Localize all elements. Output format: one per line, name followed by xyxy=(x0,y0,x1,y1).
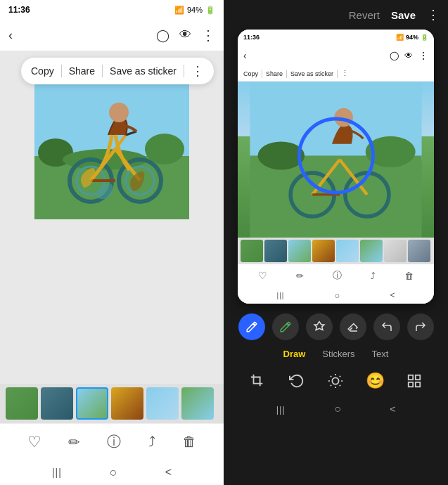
divider3 xyxy=(184,65,184,77)
phone-nav-home[interactable]: ○ xyxy=(334,290,340,301)
rotate-tool-button[interactable] xyxy=(283,368,310,394)
delete-button[interactable]: 🗑 xyxy=(182,434,196,450)
grid-tool-button[interactable] xyxy=(401,368,428,394)
phone-nav-bar: ||| ○ < xyxy=(238,287,434,304)
phone-thumb-strip xyxy=(238,238,434,264)
nav-home-icon[interactable]: ○ xyxy=(110,465,117,480)
thumb-6[interactable] xyxy=(181,387,214,420)
phone-delete-btn[interactable]: 🗑 xyxy=(404,271,414,281)
svg-line-29 xyxy=(331,376,331,377)
emoji-tool-button[interactable]: 😊 xyxy=(361,368,388,394)
phone-battery: 94% xyxy=(406,34,418,41)
thumbnail-strip xyxy=(0,384,224,423)
left-nav-bar: ||| ○ < xyxy=(0,460,224,485)
phone-eye-icon[interactable]: 👁 xyxy=(404,51,413,60)
text-tab[interactable]: Text xyxy=(372,349,389,359)
phone-thumb-6[interactable] xyxy=(360,240,383,262)
main-image-area: Copy Share Save as sticker ⋮ xyxy=(0,51,224,384)
save-button[interactable]: Save xyxy=(391,9,416,21)
phone-context-more-icon[interactable]: ⋮ xyxy=(341,69,349,78)
phone-copy-button[interactable]: Copy xyxy=(243,70,258,77)
redo-button[interactable] xyxy=(407,313,434,340)
edit-button[interactable]: ✏ xyxy=(68,434,80,451)
crop-tool-button[interactable] xyxy=(244,368,271,394)
thumb-2[interactable] xyxy=(41,387,73,420)
phone-nav-back[interactable]: < xyxy=(390,290,395,300)
thumb-4[interactable] xyxy=(111,387,143,420)
highlighter-button[interactable] xyxy=(306,313,333,340)
left-panel: 11:36 📶 94% 🔋 ‹ ◯ 👁 ⋮ Copy Share Save as… xyxy=(0,0,224,485)
right-panel: Revert Save ⋮ 11:36 📶 94% 🔋 ‹ ◯ 👁 ⋮ Copy xyxy=(224,0,448,485)
nav-menu-icon[interactable]: ||| xyxy=(52,467,62,478)
phone-divider1 xyxy=(262,70,262,78)
divider2 xyxy=(102,65,103,77)
phone-bottom-toolbar: ♡ ✏ ⓘ ⤴ 🗑 xyxy=(238,264,434,287)
circle-edit-icon[interactable]: ◯ xyxy=(156,28,169,43)
svg-point-15 xyxy=(109,103,129,122)
phone-header: ‹ ◯ 👁 ⋮ xyxy=(238,45,434,66)
phone-edit-btn[interactable]: ✏ xyxy=(296,271,304,281)
eye-icon[interactable]: 👁 xyxy=(179,28,191,42)
thumb-1[interactable] xyxy=(6,387,38,420)
undo-button[interactable] xyxy=(373,313,400,340)
right-nav-home[interactable]: ○ xyxy=(334,403,341,415)
divider1 xyxy=(61,65,62,77)
right-more-icon[interactable]: ⋮ xyxy=(427,7,440,22)
phone-thumb-3[interactable] xyxy=(288,240,311,262)
right-nav-back[interactable]: < xyxy=(390,403,395,415)
phone-share-btn[interactable]: ⤴ xyxy=(371,271,376,281)
phone-share-button[interactable]: Share xyxy=(266,70,283,77)
phone-thumb-1[interactable] xyxy=(241,240,263,262)
phone-thumb-8[interactable] xyxy=(408,240,430,262)
save-sticker-button[interactable]: Save as sticker xyxy=(110,65,177,77)
phone-wifi-icon: 📶 xyxy=(396,34,404,41)
pencil-draw-button[interactable] xyxy=(238,313,265,340)
phone-back-icon[interactable]: ‹ xyxy=(243,50,247,61)
phone-image-area xyxy=(238,82,434,238)
svg-point-26 xyxy=(333,377,339,384)
phone-thumb-2[interactable] xyxy=(264,240,287,262)
phone-status-bar: 11:36 📶 94% 🔋 xyxy=(238,30,434,45)
circle-drawing-overlay xyxy=(297,117,375,195)
svg-line-34 xyxy=(340,376,340,377)
marker-button[interactable] xyxy=(272,313,299,340)
revert-button[interactable]: Revert xyxy=(349,9,380,21)
phone-more-icon[interactable]: ⋮ xyxy=(418,50,428,61)
phone-context-menu: Copy Share Save as sticker ⋮ xyxy=(238,66,434,82)
phone-thumb-7[interactable] xyxy=(384,240,407,262)
context-menu: Copy Share Save as sticker ⋮ xyxy=(21,58,214,84)
phone-save-sticker-button[interactable]: Save as sticker xyxy=(290,70,333,77)
more-options-icon[interactable]: ⋮ xyxy=(201,27,215,44)
right-nav-menu[interactable]: ||| xyxy=(276,404,286,415)
phone-heart-btn[interactable]: ♡ xyxy=(258,270,267,281)
share-toolbar-button[interactable]: ⤴ xyxy=(148,434,155,450)
brightness-tool-button[interactable] xyxy=(322,368,349,394)
thumb-3-selected[interactable] xyxy=(76,387,108,420)
draw-mode-tabs: Draw Stickers Text xyxy=(224,346,448,362)
svg-rect-38 xyxy=(416,382,420,387)
phone-mockup: 11:36 📶 94% 🔋 ‹ ◯ 👁 ⋮ Copy Share Save as… xyxy=(238,30,434,304)
heart-button[interactable]: ♡ xyxy=(27,433,41,451)
svg-rect-35 xyxy=(409,375,413,380)
info-button[interactable]: ⓘ xyxy=(107,432,121,451)
battery-icon: 🔋 xyxy=(205,6,215,15)
battery-text: 94% xyxy=(187,6,203,14)
phone-info-btn[interactable]: ⓘ xyxy=(333,269,342,282)
phone-circle-edit-icon[interactable]: ◯ xyxy=(390,51,399,60)
draw-tab[interactable]: Draw xyxy=(283,349,306,359)
share-button[interactable]: Share xyxy=(69,65,95,77)
left-status-icons: 📶 94% 🔋 xyxy=(174,6,215,15)
thumb-5[interactable] xyxy=(146,387,179,420)
context-more-icon[interactable]: ⋮ xyxy=(191,63,204,79)
phone-thumb-5[interactable] xyxy=(336,240,359,262)
svg-point-3 xyxy=(145,134,184,164)
phone-battery-icon: 🔋 xyxy=(421,34,428,41)
phone-nav-menu[interactable]: ||| xyxy=(277,292,285,299)
svg-rect-37 xyxy=(409,382,413,387)
phone-thumb-4[interactable] xyxy=(312,240,335,262)
eraser-button[interactable] xyxy=(340,313,366,340)
copy-button[interactable]: Copy xyxy=(31,65,54,77)
back-button[interactable]: ‹ xyxy=(8,28,13,43)
nav-back-icon[interactable]: < xyxy=(165,466,172,479)
stickers-tab[interactable]: Stickers xyxy=(322,349,354,359)
